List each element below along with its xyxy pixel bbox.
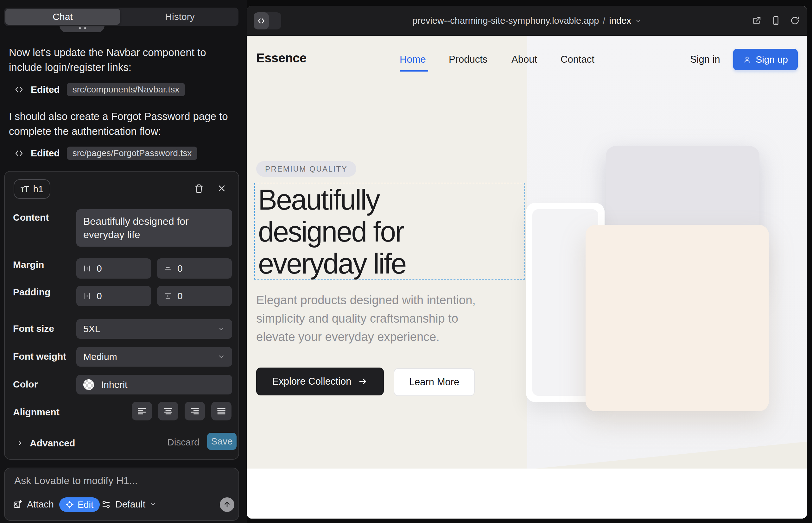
- advanced-toggle[interactable]: Advanced: [16, 438, 75, 449]
- element-editor-panel: тT h1 Content Beautifully designed for e…: [4, 171, 239, 460]
- url-breadcrumb[interactable]: preview--charming-site-symphony.lovable.…: [247, 6, 807, 36]
- sidebar-tabs: Chat History: [4, 7, 239, 26]
- learn-more-button[interactable]: Learn More: [394, 368, 475, 396]
- heading-line: Beautifully: [258, 184, 406, 216]
- preview-toolbar: preview--charming-site-symphony.lovable.…: [247, 6, 807, 36]
- padding-y-icon: [163, 292, 172, 301]
- sliders-icon: [101, 500, 111, 509]
- padding-y-input[interactable]: 0: [157, 286, 232, 306]
- chat-composer: Attach Edit Default: [4, 468, 239, 521]
- url-path: index: [609, 16, 631, 26]
- font-size-select[interactable]: 5XL: [76, 319, 232, 339]
- target-icon: [66, 501, 74, 509]
- nav-active-underline: [400, 70, 428, 72]
- tab-chat[interactable]: Chat: [5, 9, 120, 25]
- edited-file-row: Edited src/components/Navbar.tsx: [14, 83, 185, 96]
- hero-heading[interactable]: Beautifully designed for everyday life: [258, 184, 406, 280]
- open-external-button[interactable]: [749, 13, 764, 28]
- padding-x-icon: [83, 292, 91, 301]
- align-left-button[interactable]: [132, 402, 152, 420]
- content-label: Content: [13, 212, 49, 223]
- color-select[interactable]: Inherit: [76, 375, 232, 395]
- close-editor-button[interactable]: [214, 180, 230, 196]
- explore-collection-button[interactable]: Explore Collection: [256, 367, 384, 395]
- sign-in-link[interactable]: Sign in: [690, 54, 720, 65]
- save-button[interactable]: Save: [207, 433, 236, 450]
- mobile-view-button[interactable]: [769, 13, 783, 28]
- font-size-value: 5XL: [83, 324, 100, 334]
- site-brand[interactable]: Essence: [256, 51, 306, 65]
- margin-y-input[interactable]: 0: [157, 258, 232, 278]
- code-icon: [14, 148, 24, 158]
- chevron-down-icon: [217, 325, 225, 333]
- premium-quality-badge: PREMIUM QUALITY: [256, 161, 356, 177]
- nav-link-about[interactable]: About: [511, 54, 537, 65]
- url-separator: /: [603, 16, 605, 26]
- paragraph-line: elevate your everyday experience.: [256, 328, 476, 346]
- trash-icon: [194, 183, 204, 194]
- selected-element-chip: тT h1: [14, 179, 50, 199]
- edited-file-chip[interactable]: src/pages/ForgotPassword.tsx: [67, 147, 198, 160]
- close-icon: [217, 183, 227, 194]
- padding-y-value: 0: [177, 291, 183, 301]
- attach-button[interactable]: Attach: [13, 499, 54, 510]
- element-tag: h1: [33, 184, 43, 194]
- edited-label: Edited: [31, 84, 60, 95]
- chevron-down-icon: [150, 501, 156, 507]
- chevron-down-icon: [217, 353, 225, 361]
- margin-y-value: 0: [177, 263, 183, 274]
- padding-x-value: 0: [96, 291, 102, 301]
- alignment-label: Alignment: [13, 407, 59, 418]
- margin-label: Margin: [13, 259, 44, 270]
- font-weight-label: Font weight: [13, 351, 66, 362]
- delete-element-button[interactable]: [191, 180, 207, 196]
- margin-x-value: 0: [96, 263, 102, 274]
- paragraph-line: Elegant products designed with intention…: [256, 291, 476, 309]
- send-button[interactable]: [220, 497, 234, 512]
- font-size-label: Font size: [13, 323, 54, 334]
- chevron-right-icon: [16, 440, 23, 447]
- nav-link-contact[interactable]: Contact: [561, 54, 595, 65]
- chat-message: I should also create a Forgot Password p…: [9, 109, 242, 139]
- chevron-down-icon: [635, 18, 641, 24]
- edited-file-chip[interactable]: src/components/Navbar.tsx: [67, 83, 185, 96]
- chat-sidebar: Chat History Now let's update the Navbar…: [0, 0, 247, 523]
- attach-label: Attach: [27, 499, 54, 510]
- refresh-button[interactable]: [788, 13, 802, 28]
- chat-message: Now let's update the Navbar component to…: [9, 45, 242, 75]
- edit-mode-button[interactable]: Edit: [59, 497, 100, 512]
- nav-link-products[interactable]: Products: [449, 54, 488, 65]
- mode-select[interactable]: Default: [101, 499, 156, 510]
- content-input[interactable]: Beautifully designed for everyday life: [76, 209, 232, 247]
- edited-label: Edited: [31, 148, 60, 159]
- refresh-icon: [790, 16, 800, 25]
- align-center-button[interactable]: [158, 402, 178, 420]
- edited-file-row: Edited src/pages/ForgotPassword.tsx: [14, 147, 197, 160]
- heading-line: designed for: [258, 216, 406, 248]
- sign-up-button[interactable]: Sign up: [733, 49, 798, 70]
- code-icon: [14, 85, 24, 94]
- user-icon: [743, 55, 751, 64]
- font-weight-select[interactable]: Medium: [76, 347, 232, 366]
- composer-input[interactable]: [14, 474, 205, 487]
- font-weight-value: Medium: [83, 351, 117, 362]
- heading-line: everyday life: [258, 248, 406, 280]
- nav-link-home[interactable]: Home: [400, 54, 426, 65]
- align-right-icon: [189, 406, 200, 417]
- arrow-right-icon: [358, 377, 368, 386]
- padding-x-input[interactable]: 0: [76, 286, 151, 306]
- align-center-icon: [163, 406, 174, 417]
- paragraph-line: simplicity and quality craftsmanship to: [256, 309, 476, 328]
- align-right-button[interactable]: [184, 402, 205, 420]
- align-justify-button[interactable]: [211, 402, 231, 420]
- color-swatch: [83, 379, 94, 390]
- margin-x-input[interactable]: 0: [76, 258, 151, 278]
- tab-history[interactable]: History: [123, 9, 237, 25]
- type-icon: тT: [21, 184, 29, 194]
- align-left-icon: [137, 406, 147, 417]
- margin-y-icon: [163, 264, 172, 273]
- discard-button[interactable]: Discard: [167, 437, 199, 448]
- attach-image-icon: [13, 500, 22, 509]
- url-host: preview--charming-site-symphony.lovable.…: [412, 16, 599, 26]
- hero-section: Essence Home Products About Contact Sign…: [247, 36, 807, 469]
